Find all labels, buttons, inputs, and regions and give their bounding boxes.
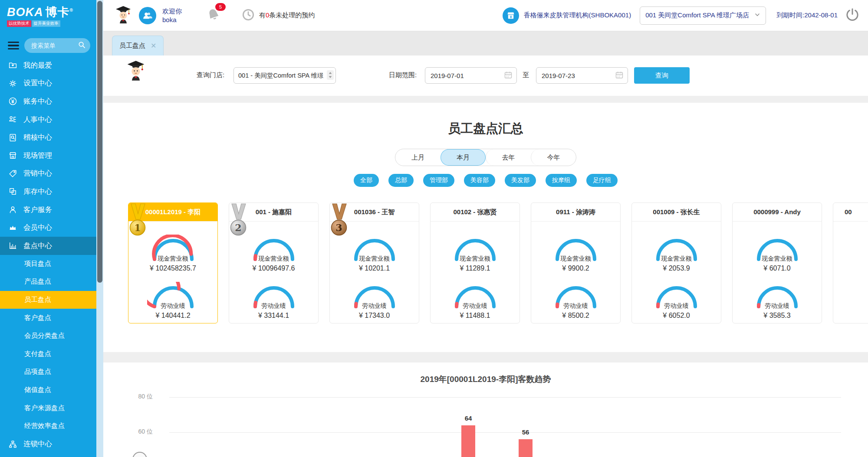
employee-card-0911 - 涂涛涛[interactable]: 0911 - 涂涛涛现金营业额¥ 9900.2劳动业绩¥ 8500.2: [531, 202, 621, 323]
employee-card-00001L2019 - 李阳[interactable]: 00001L2019 - 李阳现金营业额¥ 102458235.7劳动业绩¥ 1…: [128, 202, 218, 323]
period-tab-上月[interactable]: 上月: [395, 149, 441, 166]
sidebar-item-我的最爱[interactable]: 我的最爱: [0, 56, 96, 75]
employee-card-001009 - 张长生[interactable]: 001009 - 张长生现金营业额¥ 2053.9劳动业绩¥ 6052.0: [631, 202, 721, 323]
employee-card-00[interactable]: 00: [833, 202, 868, 323]
svg-text:3: 3: [335, 222, 342, 233]
labor-gauge: 劳动业绩¥ 11488.1: [431, 282, 519, 320]
svg-text:¥: ¥: [510, 14, 512, 19]
inventory-check-icon: [8, 241, 17, 251]
sidebar-item-现场管理[interactable]: 现场管理: [0, 147, 96, 165]
sidebar-item-label: 库存中心: [23, 187, 52, 196]
main-area: 欢迎你 boka 5 有0条未处理的预约 ¥ 香格俪来皮肤管理机构(SHBOK: [103, 0, 868, 457]
period-tab-本月[interactable]: 本月: [441, 149, 486, 166]
store-dropdown-value: 001 美间堂Comfort SPA 维璟广场店: [645, 11, 749, 20]
department-filter-总部[interactable]: 总部: [388, 174, 414, 187]
sidebar-item-label: 会员分类盘点: [24, 331, 65, 340]
y-axis-tick-label: 60 位: [103, 428, 153, 436]
period-tab-今年[interactable]: 今年: [531, 149, 576, 166]
employee-card-0000999 - Andy[interactable]: 0000999 - Andy现金营业额¥ 6071.0劳动业绩¥ 3585.3: [732, 202, 822, 323]
employee-card-001036 - 王智[interactable]: 001036 - 王智现金营业额¥ 10201.1劳动业绩¥ 17343.03: [329, 202, 419, 323]
gauge-label: 劳动业绩: [441, 302, 510, 310]
sidebar-item-储值盘点[interactable]: 储值盘点: [0, 381, 96, 399]
department-filters: 全部总部管理部美容部美发部按摩组足疗组: [103, 174, 868, 187]
user-avatar[interactable]: [139, 7, 156, 24]
sidebar-scrollbar-track[interactable]: [96, 0, 103, 457]
labor-gauge: 劳动业绩¥ 33144.1: [229, 282, 318, 320]
department-filter-足疗组[interactable]: 足疗组: [586, 174, 618, 187]
sidebar-item-label: 经营效率盘点: [24, 421, 65, 431]
summary-panel: 员工盘点汇总 上月本月去年今年 全部总部管理部美容部美发部按摩组足疗组 0000…: [103, 103, 868, 352]
pending-text: 有0条未处理的预约: [259, 11, 315, 20]
hamburger-menu-icon[interactable]: [8, 42, 19, 50]
gauge-label: 现金营业额: [743, 255, 812, 263]
department-filter-美容部[interactable]: 美容部: [464, 174, 495, 187]
notification-badge: 5: [215, 3, 226, 11]
cash-gauge: 现金营业额¥ 6071.0: [733, 235, 822, 272]
sidebar-item-盘点中心[interactable]: 盘点中心: [0, 237, 96, 255]
employee-card-00102 - 张惠贤[interactable]: 00102 - 张惠贤现金营业额¥ 11289.1劳动业绩¥ 11488.1: [430, 202, 520, 323]
notifications[interactable]: 5: [206, 7, 221, 24]
sidebar-item-产品盘点[interactable]: 产品盘点: [0, 273, 96, 291]
department-filter-管理部[interactable]: 管理部: [423, 174, 454, 187]
customer-service-icon: [8, 205, 17, 215]
sidebar-item-会员分类盘点[interactable]: 会员分类盘点: [0, 327, 96, 345]
sidebar-item-客户盘点[interactable]: 客户盘点: [0, 309, 96, 327]
gauge-value: ¥ 2053.9: [632, 264, 721, 272]
sidebar-item-连锁中心[interactable]: 连锁中心: [0, 435, 96, 453]
date-to-input[interactable]: 2019-07-23: [536, 67, 628, 84]
registered-mark: ®: [70, 8, 73, 13]
sidebar-item-经营效率盘点[interactable]: 经营效率盘点: [0, 417, 96, 435]
header-right: ¥ 香格俪来皮肤管理机构(SHBOKA001) 001 美间堂Comfort S…: [503, 7, 860, 25]
date-range-label: 日期范围:: [389, 71, 417, 79]
department-filter-全部[interactable]: 全部: [354, 174, 379, 187]
sidebar-item-库存中心[interactable]: 库存中心: [0, 183, 96, 201]
period-tab-去年[interactable]: 去年: [486, 149, 531, 166]
sidebar-item-营销中心[interactable]: 营销中心: [0, 165, 96, 183]
store-select[interactable]: 001 - 美间堂Comfort SPA 维璟: [233, 67, 336, 84]
sidebar-item-品项盘点[interactable]: 品项盘点: [0, 363, 96, 381]
sidebar-item-label: 支付盘点: [24, 349, 51, 359]
menu-search[interactable]: [24, 38, 90, 53]
gauge-value: ¥ 102458235.7: [128, 264, 217, 272]
department-filter-美发部[interactable]: 美发部: [505, 174, 536, 187]
sidebar-item-设置中心[interactable]: 设置中心: [0, 75, 96, 93]
organization-icon: ¥: [503, 7, 519, 24]
sidebar-item-label: 稽核中心: [23, 133, 52, 142]
cash-gauge: 现金营业额¥ 11289.1: [431, 235, 519, 272]
y-axis-tick-label: 80 位: [103, 393, 153, 401]
organization-name: 香格俪来皮肤管理机构(SHBOKA001): [524, 11, 631, 20]
sidebar-item-账务中心[interactable]: 账务中心: [0, 92, 96, 111]
employee-card-001 - 施嘉阳[interactable]: 001 - 施嘉阳现金营业额¥ 10096497.6劳动业绩¥ 33144.12: [229, 202, 319, 323]
sidebar-item-客户来源盘点[interactable]: 客户来源盘点: [0, 399, 96, 417]
sidebar-item-稽核中心[interactable]: 稽核中心: [0, 128, 96, 147]
store-dropdown[interactable]: 001 美间堂Comfort SPA 维璟广场店: [640, 7, 766, 25]
power-icon[interactable]: [845, 7, 860, 24]
brand-logo-text: BOKA: [7, 6, 43, 19]
menu-search-input[interactable]: [30, 42, 72, 49]
search-icon: [78, 41, 86, 51]
date-to-label: 至: [523, 71, 529, 79]
gauge-label: 劳动业绩: [541, 302, 611, 310]
sidebar-item-会员中心[interactable]: 会员中心: [0, 219, 96, 237]
labor-gauge: 劳动业绩¥ 6052.0: [632, 282, 721, 320]
sidebar-scrollbar-thumb[interactable]: [97, 1, 102, 283]
chevron-down-icon: [754, 12, 760, 19]
sidebar-item-人事中心[interactable]: 人事中心: [0, 111, 96, 129]
sidebar-item-label: 盘点中心: [23, 241, 52, 251]
mascot-icon: [115, 5, 132, 26]
sidebar-item-支付盘点[interactable]: 支付盘点: [0, 345, 96, 363]
gauge-label: 现金营业额: [138, 255, 208, 263]
sidebar-item-员工盘点[interactable]: 员工盘点: [0, 291, 96, 309]
date-from-input[interactable]: 2019-07-01: [425, 67, 517, 84]
cutoff-mascot-circle: [132, 452, 147, 457]
tab-close-icon[interactable]: ✕: [151, 42, 156, 49]
sidebar-item-客户服务[interactable]: 客户服务: [0, 201, 96, 219]
sidebar-item-项目盘点[interactable]: 项目盘点: [0, 255, 96, 273]
labor-gauge: 劳动业绩¥ 140441.2: [128, 282, 217, 320]
sidebar: BOKA博卡® 以优势技术 提升美业效率 我的最爱设置中心账务中心人事中心稽核中…: [0, 0, 96, 457]
search-button[interactable]: 查询: [634, 67, 690, 84]
tab-employee-inventory[interactable]: 员工盘点 ✕: [112, 36, 164, 55]
department-filter-按摩组[interactable]: 按摩组: [546, 174, 577, 187]
gauge-label: 劳动业绩: [743, 302, 812, 310]
cash-gauge: 现金营业额¥ 102458235.7: [128, 235, 217, 272]
